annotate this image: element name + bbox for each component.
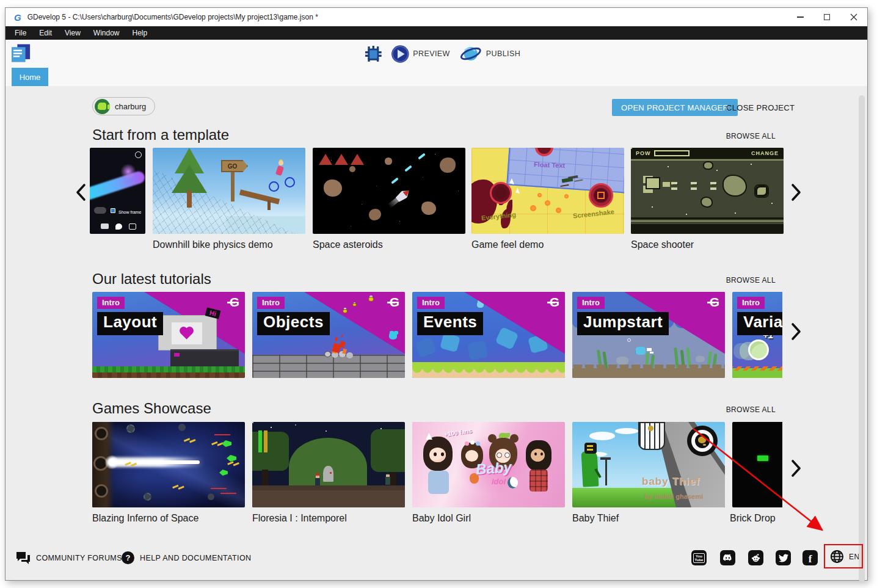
template-card-downhill-bike[interactable]: GO [153, 148, 305, 234]
stone [324, 351, 331, 357]
bee [368, 297, 374, 302]
chat-bubbles-icon [16, 551, 31, 565]
turret [95, 427, 108, 440]
center-toolbar-group: PREVIEW PUBLISH [365, 40, 520, 68]
glow-dot [564, 194, 569, 198]
showcase-card-baby-idol[interactable]: +100 fans Baby idol [412, 422, 565, 507]
debug-bug-icon [365, 46, 381, 62]
glow-dot [556, 208, 561, 213]
tutorial-title: Jumpstart [577, 312, 669, 335]
tutorial-title: Objects [257, 312, 330, 335]
falling-creature [415, 337, 436, 358]
tutorials-browse-all[interactable]: BROWSE ALL [726, 276, 776, 285]
baby-thief-title: baby Thief [642, 476, 700, 488]
showcase-card-baby-thief[interactable]: baby Thief by mahdi ghasemi [572, 422, 725, 507]
falling-creature [495, 327, 519, 350]
showcase-row: +100 fans Baby idol [92, 422, 782, 507]
tutorials-next-arrow[interactable] [788, 322, 803, 343]
publish-button[interactable]: PUBLISH [459, 44, 520, 64]
template-card-space-asteroids[interactable] [313, 148, 465, 234]
template-card-label: Downhill bike physics demo [153, 239, 273, 250]
rock [616, 357, 628, 365]
minimize-button[interactable] [787, 8, 813, 26]
rider-head [278, 161, 283, 165]
showcase-card-label: Baby Thief [572, 513, 619, 524]
menu-bar: File Edit View Window Help [5, 26, 867, 40]
discord-button[interactable] [720, 550, 735, 565]
target-bracket [597, 192, 605, 199]
showcase-browse-all[interactable]: BROWSE ALL [726, 405, 776, 414]
template-card-game-feel[interactable]: Float Text Everything Screenshake [471, 148, 624, 234]
project-manager-button[interactable] [12, 44, 31, 65]
debug-button[interactable] [365, 46, 381, 62]
tutorial-card-events[interactable]: G Intro Events [412, 292, 565, 378]
template-card-space-shooter[interactable]: POW CHANGE [631, 148, 784, 234]
hair-bun [488, 434, 497, 443]
showcase-card-label: Blazing Inferno of Space [92, 513, 198, 524]
sign-post [231, 169, 235, 201]
health-bar-green [258, 430, 262, 452]
menu-edit[interactable]: Edit [39, 29, 52, 37]
fish [636, 347, 646, 355]
close-button[interactable] [840, 8, 867, 26]
help-icon: ? [122, 551, 134, 564]
plaid-outfit [530, 470, 548, 492]
templates-browse-all[interactable]: BROWSE ALL [726, 132, 776, 140]
showcase-card-brick-drop[interactable] [732, 422, 782, 507]
help-documentation-button[interactable]: ? HELP AND DOCUMENTATION [122, 551, 251, 564]
play-chip-icon [94, 207, 106, 214]
language-button[interactable]: EN [829, 549, 859, 564]
menu-view[interactable]: View [65, 29, 81, 37]
main-toolbar: PREVIEW PUBLISH [5, 40, 867, 68]
laser-bolt [418, 153, 426, 159]
pixel-enemy [754, 184, 769, 198]
pixel-character [315, 478, 320, 485]
menu-help[interactable]: Help [133, 29, 148, 37]
showcase-card-blazing-inferno[interactable] [92, 422, 245, 507]
pixel-asteroid [722, 175, 747, 197]
maximize-button[interactable] [813, 8, 840, 26]
girl-face [465, 450, 478, 462]
youtube-button[interactable]: YouTube [691, 550, 707, 565]
thief-face-stripe [587, 445, 593, 447]
sand-floor [572, 368, 725, 378]
templates-next-arrow[interactable] [788, 183, 803, 204]
creature-icon [98, 103, 106, 110]
menu-file[interactable]: File [15, 29, 26, 37]
campfire-flame [332, 343, 341, 353]
dirt-strip [92, 372, 245, 378]
user-chip[interactable]: charburg [92, 97, 155, 115]
showcase-next-arrow[interactable] [788, 459, 803, 480]
pixel-character [385, 477, 390, 485]
laser-bolt [404, 165, 412, 172]
tree-trunk [187, 191, 192, 208]
globe-icon [829, 549, 845, 564]
brick-wall [252, 355, 405, 378]
templates-prev-arrow[interactable] [74, 183, 89, 204]
showcase-section-title: Games Showcase [92, 400, 211, 417]
turret [95, 484, 108, 498]
tutorial-card-layout[interactable]: G Intro Layout Hi [92, 292, 245, 378]
hud-line [631, 220, 784, 222]
tutorial-card-jumpstart[interactable]: G Intro Jumpstart [572, 292, 725, 378]
tree-canopy [371, 429, 405, 472]
tombstone-dot [330, 472, 332, 474]
close-project-button[interactable]: CLOSE PROJECT [726, 99, 795, 116]
tutorial-card-objects[interactable]: G Intro Objects [252, 292, 405, 378]
tutorial-card-variables[interactable]: G Intro Variab +1 [732, 292, 782, 378]
template-card-partial[interactable]: Show frame [90, 148, 145, 234]
reddit-button[interactable] [748, 550, 763, 565]
community-forums-label: COMMUNITY FORUMS [36, 554, 122, 562]
caged-bird [648, 426, 653, 431]
menu-window[interactable]: Window [93, 29, 120, 37]
life-ship-icon [335, 154, 348, 165]
open-project-manager-button[interactable]: OPEN PROJECT MANAGER [612, 99, 738, 116]
community-forums-button[interactable]: COMMUNITY FORUMS [16, 551, 122, 565]
showcase-card-floresia[interactable] [252, 422, 405, 507]
grass-scallops [412, 368, 565, 373]
twitter-button[interactable] [776, 550, 791, 565]
facebook-button[interactable]: f [802, 550, 818, 565]
tab-home[interactable]: Home [12, 68, 48, 86]
vertical-scrollbar[interactable] [859, 95, 865, 582]
preview-button[interactable]: PREVIEW [390, 45, 449, 64]
